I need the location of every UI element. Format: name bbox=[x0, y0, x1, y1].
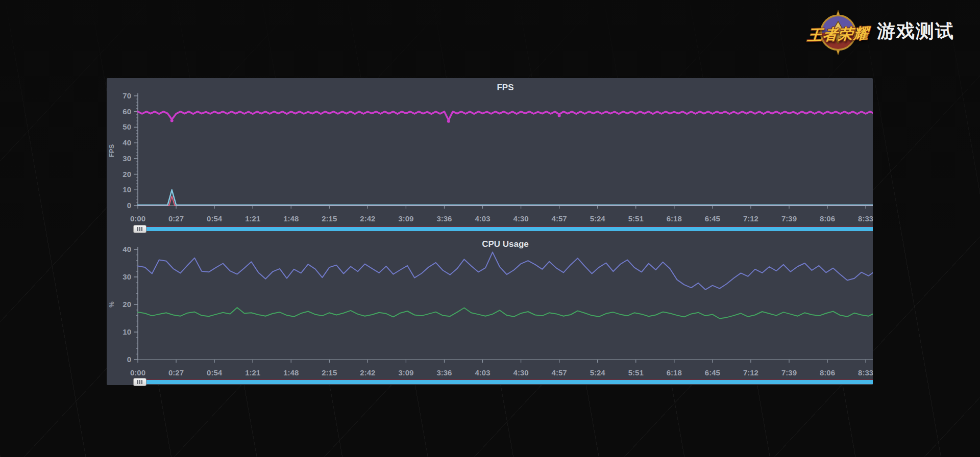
svg-text:6:18: 6:18 bbox=[667, 214, 682, 223]
svg-text:6:45: 6:45 bbox=[705, 214, 720, 223]
svg-text:5:24: 5:24 bbox=[590, 214, 606, 223]
svg-text:0:54: 0:54 bbox=[207, 368, 223, 377]
svg-text:5:51: 5:51 bbox=[628, 368, 644, 377]
scrollbar-grip-icon bbox=[137, 227, 143, 231]
svg-text:6:18: 6:18 bbox=[667, 368, 682, 377]
svg-text:%: % bbox=[108, 301, 115, 308]
svg-text:20: 20 bbox=[122, 170, 131, 179]
svg-text:0: 0 bbox=[127, 201, 131, 210]
svg-text:7:39: 7:39 bbox=[781, 214, 797, 223]
svg-text:7:12: 7:12 bbox=[743, 214, 758, 223]
scrollbar-grip-icon bbox=[137, 380, 143, 384]
svg-text:4:03: 4:03 bbox=[475, 214, 491, 223]
svg-text:2:15: 2:15 bbox=[322, 368, 337, 377]
svg-text:8:33: 8:33 bbox=[858, 214, 873, 223]
svg-text:4:30: 4:30 bbox=[513, 368, 529, 377]
fps-chart[interactable]: 0102030405060700:000:270:541:211:482:152… bbox=[107, 78, 873, 226]
brand-logo: 王者荣耀 游戏测试 bbox=[805, 10, 954, 55]
svg-text:0:54: 0:54 bbox=[207, 214, 223, 223]
svg-text:3:09: 3:09 bbox=[398, 214, 413, 223]
svg-text:20: 20 bbox=[122, 300, 131, 309]
svg-text:5:24: 5:24 bbox=[590, 368, 606, 377]
svg-text:10: 10 bbox=[122, 327, 131, 336]
svg-text:FPS: FPS bbox=[108, 144, 115, 158]
svg-text:8:06: 8:06 bbox=[820, 214, 835, 223]
svg-text:4:03: 4:03 bbox=[475, 368, 491, 377]
cpu-usage-chart[interactable]: 0102030400:000:270:541:211:482:152:423:0… bbox=[107, 231, 873, 380]
svg-text:10: 10 bbox=[122, 185, 131, 194]
charts-panel: FPS 0102030405060700:000:270:541:211:482… bbox=[107, 78, 873, 385]
svg-text:50: 50 bbox=[122, 122, 131, 131]
svg-text:0:00: 0:00 bbox=[130, 368, 145, 377]
svg-text:3:36: 3:36 bbox=[436, 368, 452, 377]
svg-text:40: 40 bbox=[122, 138, 131, 147]
svg-text:7:39: 7:39 bbox=[781, 368, 797, 377]
game-logo-emblem: 王者荣耀 bbox=[805, 10, 871, 55]
svg-text:70: 70 bbox=[122, 91, 131, 100]
svg-text:3:36: 3:36 bbox=[436, 214, 452, 223]
svg-text:4:57: 4:57 bbox=[552, 368, 567, 377]
cpu-scrollbar-handle[interactable] bbox=[133, 378, 146, 386]
svg-text:0:00: 0:00 bbox=[130, 214, 145, 223]
svg-text:60: 60 bbox=[122, 107, 131, 116]
svg-text:8:33: 8:33 bbox=[858, 368, 873, 377]
svg-text:2:42: 2:42 bbox=[360, 214, 375, 223]
svg-text:7:12: 7:12 bbox=[743, 368, 758, 377]
svg-text:1:48: 1:48 bbox=[283, 214, 299, 223]
fps-chart-scrollbar[interactable] bbox=[133, 226, 873, 231]
svg-text:1:48: 1:48 bbox=[283, 368, 299, 377]
svg-text:2:42: 2:42 bbox=[360, 368, 375, 377]
svg-text:8:06: 8:06 bbox=[820, 368, 835, 377]
game-logo-title: 王者荣耀 bbox=[801, 23, 874, 46]
page-title: 游戏测试 bbox=[877, 19, 954, 47]
svg-text:5:51: 5:51 bbox=[628, 214, 644, 223]
svg-text:3:09: 3:09 bbox=[398, 368, 413, 377]
svg-text:0:27: 0:27 bbox=[168, 214, 184, 223]
svg-text:6:45: 6:45 bbox=[705, 368, 720, 377]
svg-text:0:27: 0:27 bbox=[168, 368, 184, 377]
svg-text:30: 30 bbox=[122, 154, 131, 163]
svg-text:40: 40 bbox=[122, 245, 131, 253]
svg-text:30: 30 bbox=[122, 272, 131, 281]
svg-text:2:15: 2:15 bbox=[322, 214, 337, 223]
svg-text:0: 0 bbox=[127, 355, 131, 364]
svg-text:1:21: 1:21 bbox=[245, 214, 260, 223]
svg-text:1:21: 1:21 bbox=[245, 368, 260, 377]
cpu-chart-scrollbar[interactable] bbox=[133, 379, 873, 384]
svg-text:4:30: 4:30 bbox=[513, 214, 529, 223]
svg-text:4:57: 4:57 bbox=[552, 214, 567, 223]
